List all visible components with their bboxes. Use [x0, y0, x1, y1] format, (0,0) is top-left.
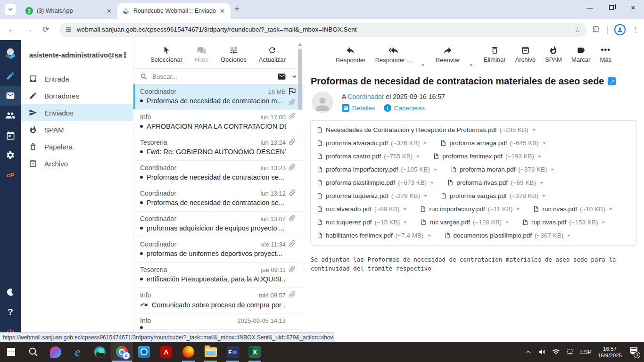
- attachment-name[interactable]: Necesidades de Contratación y Recepción …: [326, 126, 496, 133]
- clock[interactable]: 16:57 16/9/2025: [598, 346, 622, 359]
- sidebar-item-archivo[interactable]: Archivo: [21, 155, 133, 172]
- list-scrollbar[interactable]: [297, 40, 303, 342]
- close-button[interactable]: ✕: [622, 0, 644, 15]
- reply-all-button[interactable]: Responder ...: [375, 45, 412, 64]
- taskbar-excel-button[interactable]: X: [244, 342, 266, 362]
- attachment-name[interactable]: proforma plastilimpio.pdf: [326, 179, 395, 186]
- attachment-item[interactable]: proforma imporfactory.pdf (~105 KB): [316, 166, 439, 173]
- compose-button[interactable]: [0, 66, 21, 86]
- message-row[interactable]: Coordinador lun 13:12 Proformas de neces…: [133, 186, 303, 212]
- wifi-icon[interactable]: [552, 348, 560, 356]
- tray-chevron-icon[interactable]: [525, 348, 532, 355]
- attachment-name[interactable]: proforma rivas.pdf: [456, 179, 508, 186]
- forward-dropdown-icon[interactable]: [468, 62, 474, 68]
- start-button[interactable]: [0, 342, 22, 362]
- taskbar-acrobat-button[interactable]: Λ: [155, 342, 177, 362]
- attachment-dropdown-icon[interactable]: [607, 206, 614, 213]
- taskbar-fes-app-button[interactable]: F≋: [222, 342, 244, 362]
- attachment-item[interactable]: proforma rivas.pdf (~69 KB): [447, 179, 545, 186]
- attachment-item[interactable]: habilitantes fenimex.pdf (~7.4 MB): [316, 232, 433, 239]
- refresh-button[interactable]: Actualizar: [259, 46, 286, 63]
- sidebar-item-papelera[interactable]: Papelera: [21, 138, 133, 155]
- tab-roundcube[interactable]: Roundcube Webmail :: Enviados ✕: [117, 3, 231, 19]
- help-button[interactable]: ?: [0, 302, 21, 322]
- attachment-dropdown-icon[interactable]: [540, 192, 547, 199]
- attachment-dropdown-icon[interactable]: [429, 179, 436, 186]
- calendar-nav-button[interactable]: [0, 125, 21, 145]
- attachment-item[interactable]: proforma plastilimpio.pdf (~673 KB): [316, 179, 436, 186]
- address-bar[interactable]: webmail.sanjuan.gob.ec/cpsess9615474671/…: [59, 23, 586, 37]
- message-row[interactable]: Info mié 09:57 Comunicado sobre proceso …: [133, 288, 303, 313]
- attachment-item[interactable]: proforma arriaga.pdf (~645 KB): [440, 140, 547, 147]
- reload-button[interactable]: ⟳: [39, 23, 53, 37]
- attachment-item[interactable]: proforma alvarado.pdf (~376 KB): [316, 140, 429, 147]
- threads-button[interactable]: Hilos: [195, 46, 208, 63]
- attachment-dropdown-icon[interactable]: [504, 219, 511, 226]
- attachment-name[interactable]: proforma vargas.pdf: [450, 192, 507, 199]
- taskbar-firefox-button[interactable]: [177, 342, 199, 362]
- attachment-name[interactable]: proforma fenimex.pdf: [442, 153, 503, 160]
- sidebar-item-borradores[interactable]: Borradores: [21, 87, 133, 104]
- forward-button[interactable]: →: [22, 23, 36, 37]
- attachment-dropdown-icon[interactable]: [536, 153, 543, 160]
- mail-nav-button[interactable]: [0, 86, 21, 106]
- message-row[interactable]: Tesoreria lun 13:24 Fwd: Re: GOBIERNO AU…: [133, 135, 303, 161]
- taskbar-edge-button[interactable]: [89, 342, 111, 362]
- attachment-item[interactable]: proforma fenimex.pdf (~193 KB): [433, 153, 543, 160]
- url-text[interactable]: webmail.sanjuan.gob.ec/cpsess9615474671/…: [77, 26, 574, 33]
- message-row[interactable]: Coordinador vie 11:34 proformas de unifo…: [133, 237, 303, 263]
- back-button[interactable]: ←: [5, 23, 19, 37]
- attachment-name[interactable]: proforma castro.pdf: [326, 153, 381, 160]
- attachment-name[interactable]: proforma imporfactory.pdf: [326, 166, 398, 173]
- taskbar-chrome-button[interactable]: [111, 342, 133, 362]
- attachment-dropdown-icon[interactable]: [421, 140, 429, 147]
- attachment-item[interactable]: ruc vargas.pdf (~128 KB): [420, 219, 511, 226]
- attachment-name[interactable]: proforma moran.pdf: [460, 166, 516, 173]
- cpanel-button[interactable]: cP: [0, 165, 21, 185]
- search-scope-mail-icon[interactable]: [277, 72, 286, 81]
- spam-button[interactable]: SPAM: [545, 46, 562, 63]
- attachment-item[interactable]: Necesidades de Contratación y Recepción …: [316, 126, 537, 133]
- attachment-item[interactable]: ruc alvarado.pdf (~89 KB): [316, 206, 408, 213]
- attachment-dropdown-icon[interactable]: [401, 206, 408, 213]
- contacts-nav-button[interactable]: [0, 106, 21, 125]
- attachment-name[interactable]: proforma arriaga.pdf: [449, 140, 507, 147]
- delete-button[interactable]: Eliminar: [484, 46, 506, 63]
- flag-icon[interactable]: [288, 87, 297, 96]
- message-row[interactable]: Coordinador lun 13:07 proformas adquisic…: [133, 212, 303, 237]
- attachment-dropdown-icon[interactable]: [422, 192, 429, 199]
- message-row[interactable]: Info lun 17:00 APROBACION PARA LA CONTRA…: [133, 110, 303, 135]
- taskbar-file-explorer-button[interactable]: [199, 342, 222, 362]
- attachment-dropdown-icon[interactable]: [402, 219, 409, 226]
- attachment-dropdown-icon[interactable]: [538, 179, 545, 186]
- language-indicator[interactable]: ESP: [580, 349, 592, 355]
- attachment-dropdown-icon[interactable]: [514, 206, 521, 213]
- volume-icon[interactable]: [538, 348, 546, 356]
- attachment-dropdown-icon[interactable]: [600, 219, 607, 226]
- reply-all-dropdown-icon[interactable]: [420, 62, 426, 68]
- attachment-item[interactable]: ruc imporfactory.pdf (~11 KB): [420, 206, 521, 213]
- select-button[interactable]: Seleccionar: [150, 46, 182, 63]
- open-in-new-icon[interactable]: [608, 77, 616, 85]
- more-button[interactable]: ••• Más: [600, 45, 611, 63]
- attachment-dropdown-icon[interactable]: [432, 166, 439, 173]
- minimize-button[interactable]: —: [579, 0, 601, 15]
- taskbar-internet-explorer-button[interactable]: e: [66, 342, 89, 362]
- attachment-name[interactable]: habilitantes fenimex.pdf: [326, 232, 393, 239]
- taskbar-copilot-button[interactable]: [44, 342, 66, 362]
- touch-keyboard-icon[interactable]: [566, 348, 574, 356]
- site-info-icon[interactable]: [65, 26, 72, 33]
- attachment-item[interactable]: proforma moran.pdf (~373 KB): [450, 166, 556, 173]
- attachment-dropdown-icon[interactable]: [549, 166, 556, 173]
- tab-close-icon[interactable]: ✕: [219, 7, 226, 16]
- sidebar-item-enviados[interactable]: Enviados: [21, 104, 133, 121]
- new-tab-button[interactable]: +: [234, 4, 239, 14]
- bookmark-star-icon[interactable]: ☆: [574, 25, 581, 34]
- attachment-item[interactable]: ruc rivas.pdf (~10 KB): [533, 206, 614, 213]
- attachment-name[interactable]: ruc tuquerez.pdf: [326, 219, 372, 226]
- attachment-item[interactable]: ruc tuquerez.pdf (~15 KB): [316, 219, 409, 226]
- notification-center-button[interactable]: 3: [628, 347, 638, 357]
- profile-icon[interactable]: [614, 24, 626, 35]
- attachment-item[interactable]: documentos plastilimpio.pdf (~367 KB): [444, 232, 573, 239]
- forward-button[interactable]: Reenviar: [436, 45, 460, 64]
